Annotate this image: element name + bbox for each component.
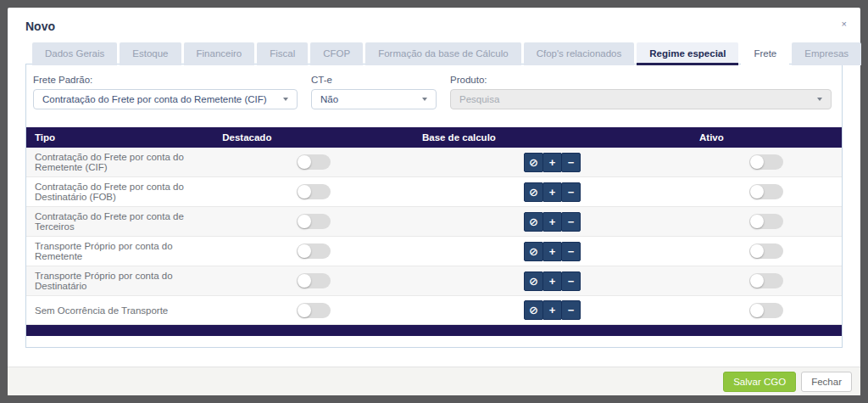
- frete-padrao-field: Frete Padrão: Contratação do Frete por c…: [33, 75, 298, 109]
- cte-label: CT-e: [311, 75, 437, 85]
- tipo-cell: Transporte Próprio por conta do Remetent…: [26, 237, 214, 266]
- destacado-cell: [214, 207, 414, 237]
- ativo-toggle[interactable]: [749, 184, 783, 199]
- tab-estoque[interactable]: Estoque: [120, 42, 181, 65]
- remove-button[interactable]: −: [561, 271, 581, 291]
- fechar-button[interactable]: Fechar: [801, 372, 852, 392]
- destacado-toggle[interactable]: [297, 303, 331, 318]
- chevron-down-icon: [817, 98, 822, 101]
- toggle-knob: [750, 304, 764, 317]
- toggle-knob: [298, 304, 311, 317]
- destacado-cell: [214, 266, 414, 296]
- tab-label: Regime especial: [649, 48, 726, 59]
- remove-button[interactable]: −: [561, 212, 581, 232]
- column-header-ativo: Ativo: [691, 127, 842, 148]
- column-header-tipo: Tipo: [26, 127, 214, 148]
- base-calculo-button-group: ⊘+−: [524, 212, 581, 232]
- remove-button[interactable]: −: [561, 300, 581, 320]
- plus-icon: +: [549, 246, 556, 257]
- table-row: Contratação do Frete por conta de Tercei…: [26, 207, 842, 237]
- column-header-base-de-calculo: Base de calculo: [414, 127, 691, 148]
- tab-label: Cfop's relacionados: [537, 48, 622, 59]
- tab-label: Empresas: [804, 48, 849, 59]
- save-cgo-button[interactable]: Salvar CGO: [723, 372, 796, 392]
- remove-button[interactable]: −: [561, 182, 581, 202]
- toggle-knob: [298, 244, 311, 258]
- ban-button[interactable]: ⊘: [524, 300, 543, 320]
- tab-label: Formação da base de Cálculo: [378, 48, 508, 59]
- add-button[interactable]: +: [542, 212, 562, 232]
- cte-select[interactable]: Não: [311, 89, 437, 109]
- tab-formacao-da-base-de-calculo[interactable]: Formação da base de Cálculo: [365, 42, 520, 65]
- ban-button[interactable]: ⊘: [524, 182, 543, 202]
- destacado-toggle[interactable]: [297, 214, 331, 229]
- add-button[interactable]: +: [542, 300, 562, 320]
- tab-bar: Dados GeraisEstoqueFinanceiroFiscalCFOPF…: [25, 42, 843, 65]
- add-button[interactable]: +: [542, 153, 562, 172]
- cte-value: Não: [320, 94, 338, 104]
- add-button[interactable]: +: [542, 242, 562, 261]
- ban-button[interactable]: ⊘: [524, 271, 543, 291]
- add-button[interactable]: +: [542, 182, 562, 202]
- destacado-toggle[interactable]: [297, 273, 331, 288]
- add-button[interactable]: +: [542, 271, 562, 291]
- destacado-toggle[interactable]: [297, 154, 331, 170]
- ban-button[interactable]: ⊘: [524, 242, 543, 261]
- frete-padrao-select[interactable]: Contratação do Frete por conta do Remete…: [33, 89, 298, 109]
- tab-cfop[interactable]: CFOP: [310, 42, 363, 65]
- table-row: Transporte Próprio por conta do Destinat…: [26, 266, 842, 296]
- freight-table-body: Contratação do Frete por conta do Remete…: [26, 148, 842, 325]
- ativo-cell: [691, 177, 842, 207]
- ban-button[interactable]: ⊘: [524, 153, 543, 172]
- toggle-knob: [750, 274, 764, 288]
- remove-button[interactable]: −: [561, 242, 581, 261]
- tab-regime-especial[interactable]: Regime especial: [637, 42, 738, 65]
- column-header-destacado: Destacado: [214, 127, 414, 148]
- destacado-cell: [214, 296, 414, 325]
- cte-field: CT-e Não: [311, 75, 437, 109]
- freight-form: Frete Padrão: Contratação do Frete por c…: [26, 64, 842, 109]
- ativo-toggle[interactable]: [749, 214, 783, 229]
- tab-dados-gerais[interactable]: Dados Gerais: [32, 42, 117, 65]
- plus-icon: +: [549, 276, 556, 287]
- minus-icon: −: [568, 246, 575, 257]
- backdrop: { "modal": { "title": "Novo", "close_ico…: [0, 0, 868, 403]
- base-de-calculo-cell: ⊘+−: [414, 266, 691, 296]
- tab-frete[interactable]: Frete: [741, 42, 789, 65]
- modal-footer: Salvar CGO Fechar: [8, 367, 860, 395]
- remove-button[interactable]: −: [561, 153, 581, 172]
- base-calculo-button-group: ⊘+−: [524, 182, 581, 202]
- table-header-row: Tipo Destacado Base de calculo Ativo: [26, 127, 842, 148]
- ativo-cell: [691, 207, 842, 237]
- base-calculo-button-group: ⊘+−: [524, 242, 581, 261]
- close-icon[interactable]: ×: [842, 20, 847, 29]
- tab-empresas[interactable]: Empresas: [792, 42, 861, 65]
- toggle-knob: [750, 185, 764, 199]
- table-row: Sem Ocorrência de Transporte⊘+−: [26, 296, 842, 325]
- tab-financeiro[interactable]: Financeiro: [184, 42, 255, 65]
- tab-cfops-relacionados[interactable]: Cfop's relacionados: [524, 42, 635, 65]
- produto-placeholder: Pesquisa: [459, 94, 499, 104]
- produto-select: Pesquisa: [450, 89, 832, 109]
- table-row: Contratação do Frete por conta do Remete…: [26, 148, 842, 177]
- ativo-toggle[interactable]: [749, 243, 783, 259]
- ativo-toggle[interactable]: [749, 273, 783, 288]
- produto-label: Produto:: [450, 75, 832, 85]
- tipo-cell: Contratação do Frete por conta do Remete…: [26, 148, 214, 177]
- plus-icon: +: [549, 157, 556, 168]
- base-de-calculo-cell: ⊘+−: [414, 148, 691, 177]
- ativo-toggle[interactable]: [749, 303, 783, 318]
- plus-icon: +: [549, 216, 556, 227]
- ativo-toggle[interactable]: [749, 154, 783, 170]
- tab-fiscal[interactable]: Fiscal: [257, 42, 308, 65]
- minus-icon: −: [568, 216, 575, 227]
- ban-button[interactable]: ⊘: [524, 212, 543, 232]
- minus-icon: −: [568, 187, 575, 198]
- destacado-toggle[interactable]: [297, 184, 331, 199]
- tipo-cell: Transporte Próprio por conta do Destinat…: [26, 266, 214, 296]
- frete-padrao-value: Contratação do Frete por conta do Remete…: [42, 94, 267, 104]
- ban-icon: ⊘: [529, 216, 538, 227]
- base-calculo-button-group: ⊘+−: [524, 153, 581, 172]
- destacado-toggle[interactable]: [297, 243, 331, 259]
- ativo-cell: [691, 296, 842, 325]
